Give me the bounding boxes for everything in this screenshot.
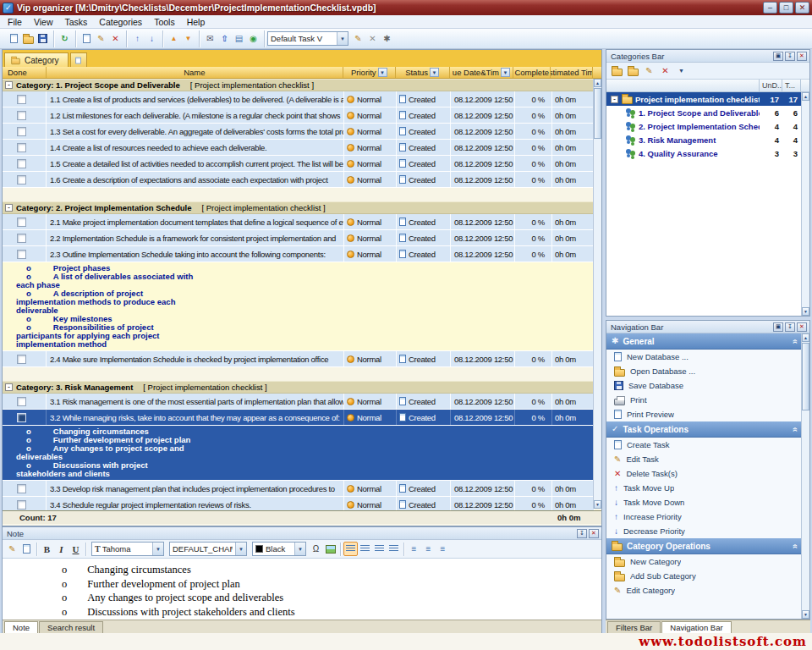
- task-filter-combo[interactable]: Default Task V: [267, 31, 348, 46]
- column-header-done[interactable]: Done: [3, 67, 47, 78]
- nav-item-task-move-down[interactable]: ↓Task Move Down: [606, 495, 801, 510]
- group-tab-stub[interactable]: [70, 52, 87, 67]
- task-move-down-button[interactable]: ↓: [145, 31, 159, 46]
- tree-name-column[interactable]: [606, 80, 760, 91]
- task-checkbox[interactable]: [17, 159, 26, 168]
- category-row[interactable]: -Category: 3. Risk Management[ Project i…: [3, 381, 595, 394]
- categories-scrollbar[interactable]: [801, 92, 809, 316]
- increase-priority-button[interactable]: ▲: [167, 31, 181, 46]
- scroll-thumb[interactable]: [802, 343, 809, 410]
- task-row[interactable]: 1.3 Set a cost for every deliverable. An…: [3, 124, 595, 140]
- align-left-button[interactable]: [343, 542, 358, 556]
- upload-button[interactable]: ⇧: [217, 31, 232, 46]
- font-size-combo[interactable]: DEFAULT_CHAR: [169, 542, 247, 556]
- task-note[interactable]: oChanging circumstancesoFurther developm…: [3, 426, 595, 481]
- add-subcategory-button[interactable]: [626, 63, 640, 78]
- task-row[interactable]: 1.2 List milestones for each deliverable…: [3, 107, 595, 124]
- nav-item-save-database[interactable]: Save Database: [606, 378, 801, 393]
- task-row[interactable]: 1.6 Create a description of expectations…: [3, 172, 595, 188]
- nav-item-print-preview[interactable]: Print Preview: [606, 407, 801, 421]
- tree-item-1-project-scope-and-deliverable[interactable]: 1. Project Scope and Deliverable66: [606, 106, 801, 119]
- task-row[interactable]: 2.4 Make sure Implementation Schedule is…: [3, 351, 595, 367]
- pin-icon[interactable]: [577, 529, 587, 538]
- numbered-list-button[interactable]: ≡: [421, 542, 436, 556]
- italic-button[interactable]: I: [54, 542, 69, 556]
- collapse-icon[interactable]: -: [5, 81, 13, 89]
- task-row[interactable]: 2.2 Implementation Schedule is a framewo…: [3, 230, 595, 246]
- nav-item-print[interactable]: Print: [606, 393, 801, 407]
- sort-dropdown-icon[interactable]: [501, 68, 510, 77]
- task-row[interactable]: 1.5 Create a detailed list of activities…: [3, 156, 595, 172]
- nav-item-task-move-up[interactable]: ↑Task Move Up: [606, 481, 801, 495]
- scroll-down-icon[interactable]: [594, 500, 601, 509]
- combo-arrow-icon[interactable]: [152, 543, 163, 555]
- send-by-email-button[interactable]: ✉: [203, 31, 217, 46]
- right-panel-tab-navigation-bar[interactable]: Navigation Bar: [661, 621, 731, 634]
- edit-note-button[interactable]: ✎: [5, 542, 19, 556]
- backup-database-button[interactable]: ↻: [58, 31, 72, 46]
- sync-button[interactable]: ◉: [246, 31, 261, 46]
- task-checkbox[interactable]: [17, 355, 26, 364]
- note-panel-tab-search-result[interactable]: Search result: [39, 621, 103, 633]
- task-row[interactable]: 1.1 Create a list of products and servic…: [3, 91, 595, 107]
- navigation-scrollbar[interactable]: [801, 333, 809, 619]
- nav-item-delete-task-s[interactable]: ✕Delete Task(s): [606, 466, 801, 481]
- delete-task-button[interactable]: ✕: [108, 31, 123, 46]
- edit-task-button[interactable]: ✎: [94, 31, 108, 46]
- insert-field-button[interactable]: [19, 542, 34, 556]
- nav-item-increase-priority[interactable]: ↑Increase Priority: [606, 510, 801, 524]
- scroll-up-icon[interactable]: [802, 333, 809, 342]
- line-spacing-button[interactable]: ≡: [436, 542, 450, 556]
- note-panel-tab-note[interactable]: Note: [4, 621, 38, 634]
- nav-item-new-category[interactable]: New Category: [606, 554, 801, 569]
- new-category-button[interactable]: [610, 63, 624, 78]
- collapse-chevron-icon[interactable]: »: [791, 543, 800, 548]
- category-group-tab[interactable]: Category: [4, 52, 69, 67]
- combo-arrow-icon[interactable]: [337, 32, 348, 45]
- right-panel-tab-filters-bar[interactable]: Filters Bar: [607, 621, 661, 633]
- scroll-up-icon[interactable]: [802, 92, 809, 101]
- category-row[interactable]: -Category: 2. Project Implementation Sch…: [3, 201, 595, 214]
- task-checkbox[interactable]: [17, 95, 26, 104]
- scroll-up-icon[interactable]: [594, 79, 601, 87]
- task-row[interactable]: 1.4 Create a list of resources needed to…: [3, 140, 595, 156]
- undock-icon[interactable]: [773, 52, 783, 61]
- task-checkbox[interactable]: [17, 500, 26, 510]
- bullet-list-button[interactable]: ≡: [407, 542, 421, 556]
- task-checkbox[interactable]: [17, 484, 26, 493]
- task-checkbox[interactable]: [17, 175, 26, 185]
- collapse-chevron-icon[interactable]: »: [791, 427, 800, 432]
- tree-item-project-implementation-checklist[interactable]: -Project implementation checklist1717: [606, 92, 801, 106]
- task-row[interactable]: 3.4 Schedule regular project implementat…: [3, 497, 595, 510]
- notes-view-button[interactable]: ▤: [232, 31, 246, 46]
- align-center-button[interactable]: [358, 542, 372, 556]
- close-button[interactable]: [795, 2, 809, 14]
- clear-filter-button[interactable]: ✕: [365, 31, 380, 46]
- align-justify-button[interactable]: [387, 542, 401, 556]
- task-row[interactable]: 3.1 Risk management is one of the most e…: [3, 394, 595, 410]
- open-database-button[interactable]: [21, 31, 36, 46]
- insert-picture-button[interactable]: [323, 542, 337, 556]
- create-task-button[interactable]: [80, 31, 94, 46]
- column-header-ue-date-tim[interactable]: ue Date&Tim: [450, 67, 514, 78]
- pin-icon[interactable]: [785, 52, 795, 61]
- save-database-button[interactable]: [36, 31, 50, 46]
- maximize-button[interactable]: [779, 2, 793, 14]
- task-row[interactable]: 3.3 Develop risk management plan that in…: [3, 481, 595, 497]
- new-database-button[interactable]: [7, 31, 21, 46]
- combo-arrow-icon[interactable]: [294, 543, 305, 555]
- column-header-priority[interactable]: Priority: [343, 67, 396, 78]
- nav-section-general[interactable]: ✱General»: [606, 333, 801, 350]
- nav-item-open-database[interactable]: Open Database ...: [606, 364, 801, 378]
- task-checkbox[interactable]: [17, 397, 26, 406]
- menu-tasks[interactable]: Tasks: [59, 17, 94, 27]
- nav-item-new-database[interactable]: New Database ...: [606, 350, 801, 364]
- combo-arrow-icon[interactable]: [235, 543, 246, 555]
- tree-total-column[interactable]: T...: [782, 80, 801, 91]
- decrease-priority-button[interactable]: ▼: [181, 31, 195, 46]
- tree-item-4-quality-assurance[interactable]: 4. Quality Assurance33: [606, 146, 801, 160]
- align-right-button[interactable]: [372, 542, 387, 556]
- note-editor[interactable]: oChanging circumstancesoFurther developm…: [3, 559, 601, 620]
- insert-symbol-button[interactable]: Ω: [309, 542, 323, 556]
- task-checkbox[interactable]: [17, 234, 26, 243]
